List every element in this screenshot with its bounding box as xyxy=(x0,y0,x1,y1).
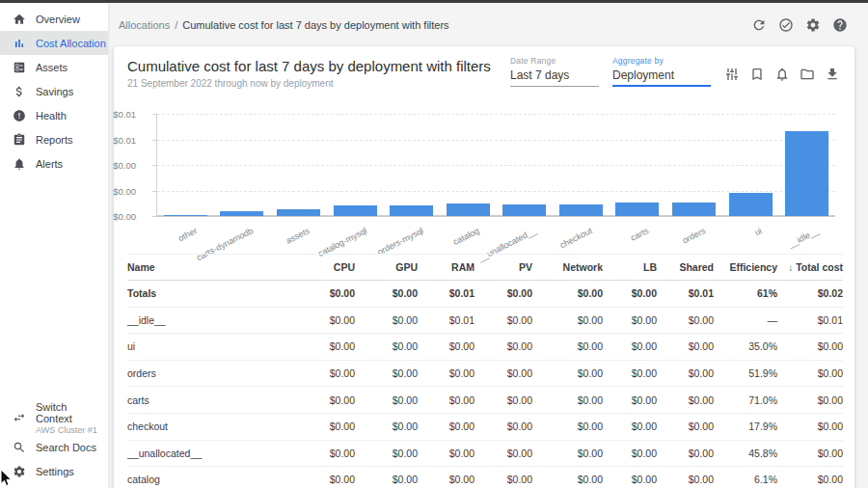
y-axis-tick xyxy=(152,140,156,141)
column-header-shared[interactable]: Shared xyxy=(657,261,714,273)
sidebar-item-overview[interactable]: Overview xyxy=(0,7,108,31)
sidebar-item-label: Cost Allocation xyxy=(36,38,106,49)
cell-pv: $0.00 xyxy=(475,474,532,485)
sidebar-item-savings[interactable]: Savings xyxy=(0,79,108,103)
sidebar-item-reports[interactable]: Reports xyxy=(0,127,108,151)
cell-efficiency: 45.8% xyxy=(714,447,777,459)
sidebar-item-settings[interactable]: Settings xyxy=(0,459,108,483)
tune-button[interactable] xyxy=(724,67,739,81)
date-range-select[interactable]: Date Range Last 7 days xyxy=(510,56,599,87)
download-button[interactable] xyxy=(825,67,839,81)
bar-catalog-mysql[interactable] xyxy=(334,205,377,216)
dollar-icon xyxy=(13,85,26,98)
sidebar-nav: OverviewCost AllocationAssetsSavingsHeal… xyxy=(0,3,108,176)
bell-filled-icon xyxy=(13,157,26,171)
column-header-total-cost[interactable]: ↓Total cost xyxy=(777,261,843,273)
x-axis-label: other xyxy=(176,226,199,243)
breadcrumb-section[interactable]: Allocations xyxy=(119,19,170,31)
x-axis-label: orders-mysql xyxy=(375,226,424,258)
cell-network: $0.00 xyxy=(532,447,603,459)
cell-gpu: $0.00 xyxy=(355,367,418,379)
column-header-name[interactable]: Name xyxy=(127,261,299,273)
cell-pv: $0.00 xyxy=(475,367,532,379)
cell-cpu: $0.00 xyxy=(299,394,355,406)
bar-orders[interactable] xyxy=(672,203,716,216)
x-axis-label: assets xyxy=(285,226,312,246)
cost-bar-chart: $0.01$0.01$0.00$0.00$0.00othercarts-dyna… xyxy=(127,106,849,251)
cell-lb: $0.00 xyxy=(603,287,657,299)
table-row-idle[interactable]: __idle__$0.00$0.00$0.01$0.00$0.00$0.00$0… xyxy=(127,308,843,335)
x-axis-label: checkout xyxy=(558,226,594,250)
column-header-label: Total cost xyxy=(796,261,843,273)
bar-checkout[interactable] xyxy=(559,204,603,216)
bookmark-button[interactable] xyxy=(749,67,764,81)
column-header-lb[interactable]: LB xyxy=(603,261,657,273)
table-row-unallocated[interactable]: __unallocated__$0.00$0.00$0.00$0.00$0.00… xyxy=(127,441,843,468)
window-top-edge xyxy=(0,0,868,3)
table-row-checkout[interactable]: checkout$0.00$0.00$0.00$0.00$0.00$0.00$0… xyxy=(127,414,843,441)
column-header-efficiency[interactable]: Efficiency xyxy=(714,261,777,273)
chart-gridline xyxy=(157,191,835,192)
bar-assets[interactable] xyxy=(277,209,320,216)
aggregate-by-select[interactable]: Aggregate by Deployment xyxy=(612,56,711,87)
cell-name: __unallocated__ xyxy=(127,447,299,459)
table-row-orders[interactable]: orders$0.00$0.00$0.00$0.00$0.00$0.00$0.0… xyxy=(127,361,843,388)
sidebar-item-alerts[interactable]: Alerts xyxy=(0,151,108,176)
bar-ui[interactable] xyxy=(729,193,773,216)
gear-icon xyxy=(805,17,821,33)
sidebar-item-search-docs[interactable]: Search Docs xyxy=(0,435,108,459)
sidebar-item-label: Assets xyxy=(36,62,68,73)
column-header-gpu[interactable]: GPU xyxy=(355,261,418,273)
cell-total: $0.02 xyxy=(777,287,843,299)
table-row-ui[interactable]: ui$0.00$0.00$0.00$0.00$0.00$0.00$0.0035.… xyxy=(127,334,843,361)
cell-name: checkout xyxy=(127,420,299,432)
context-cluster-name: AWS Cluster #1 xyxy=(36,425,104,435)
column-header-ram[interactable]: RAM xyxy=(418,261,475,273)
bar-carts[interactable] xyxy=(615,203,659,216)
sidebar-item-label: Switch Context xyxy=(36,401,104,424)
table-row-carts[interactable]: carts$0.00$0.00$0.00$0.00$0.00$0.00$0.00… xyxy=(127,387,843,414)
search-icon xyxy=(13,441,26,454)
bar-catalog[interactable] xyxy=(447,203,490,216)
cell-cpu: $0.00 xyxy=(299,447,355,459)
cell-gpu: $0.00 xyxy=(355,394,418,406)
sidebar-item-health[interactable]: Health xyxy=(0,103,108,127)
cell-efficiency: — xyxy=(714,314,777,326)
sidebar: OverviewCost AllocationAssetsSavingsHeal… xyxy=(0,3,108,488)
sidebar-item-label: Savings xyxy=(36,86,73,97)
refresh-button[interactable] xyxy=(751,17,767,33)
cell-gpu: $0.00 xyxy=(355,340,418,352)
sidebar-item-assets[interactable]: Assets xyxy=(0,55,108,79)
bell-outline-button[interactable] xyxy=(774,67,789,81)
chart-gridline xyxy=(157,140,835,141)
sidebar-item-cost-allocation[interactable]: Cost Allocation xyxy=(0,31,108,55)
bar-other[interactable] xyxy=(164,215,207,217)
x-axis-label: catalog xyxy=(451,226,480,247)
cell-total: $0.00 xyxy=(777,420,843,432)
cell-shared: $0.00 xyxy=(657,474,714,485)
check-circle-button[interactable] xyxy=(778,17,794,33)
cell-lb: $0.00 xyxy=(603,447,657,459)
table-row-catalog[interactable]: catalog$0.00$0.00$0.00$0.00$0.00$0.00$0.… xyxy=(127,467,843,488)
cell-name: Totals xyxy=(127,287,299,299)
y-axis-label: $0.00 xyxy=(113,160,136,171)
sidebar-footer: Switch ContextAWS Cluster #1Search DocsS… xyxy=(0,400,108,483)
cell-lb: $0.00 xyxy=(603,340,657,352)
bar-orders-mysql[interactable] xyxy=(390,205,433,216)
bar-idle[interactable] xyxy=(785,131,828,216)
column-header-cpu[interactable]: CPU xyxy=(299,261,355,273)
column-header-network[interactable]: Network xyxy=(532,261,603,273)
column-header-pv[interactable]: PV xyxy=(475,261,532,273)
bar-unallocated[interactable] xyxy=(502,204,546,216)
folder-button[interactable] xyxy=(800,67,814,81)
cell-shared: $0.00 xyxy=(657,394,714,406)
bar-carts-dynamodb[interactable] xyxy=(220,211,263,216)
cell-ram: $0.00 xyxy=(418,394,475,406)
sidebar-item-switch-context[interactable]: Switch ContextAWS Cluster #1 xyxy=(0,400,108,435)
help-button[interactable] xyxy=(832,17,848,33)
cell-efficiency: 6.1% xyxy=(714,474,777,485)
gear-button[interactable] xyxy=(805,17,821,33)
cell-cpu: $0.00 xyxy=(299,314,355,326)
chart-gridline xyxy=(157,114,835,115)
table-row-totals[interactable]: Totals$0.00$0.00$0.01$0.00$0.00$0.00$0.0… xyxy=(127,281,843,308)
